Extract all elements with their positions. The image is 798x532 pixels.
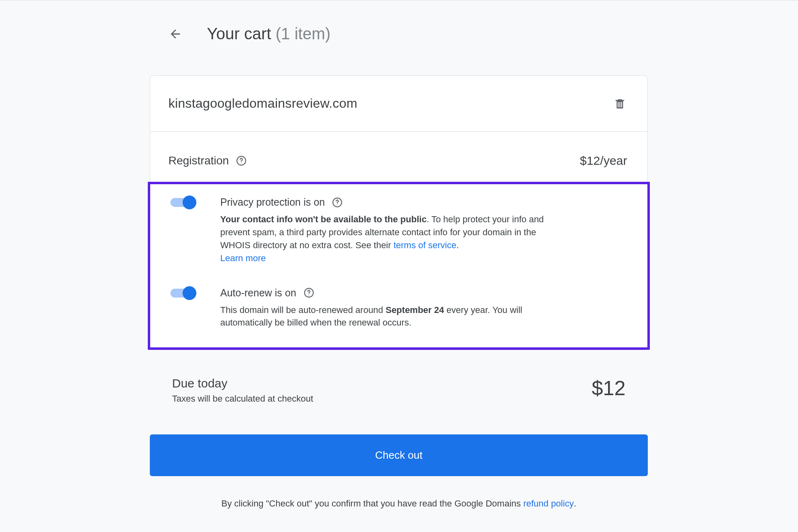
registration-help-button[interactable] — [236, 155, 247, 166]
title-text: Your cart — [207, 25, 276, 43]
back-button[interactable] — [168, 27, 183, 41]
disclaimer-text: By clicking "Check out" you confirm that… — [150, 498, 648, 509]
registration-price: $12/year — [580, 154, 627, 168]
autorenew-help-button[interactable] — [304, 287, 314, 298]
svg-point-3 — [337, 204, 338, 205]
checkout-button[interactable]: Check out — [150, 434, 648, 476]
options-highlight: Privacy protection is on Your contact in… — [148, 182, 650, 350]
tax-note: Taxes will be calculated at checkout — [172, 394, 313, 404]
terms-of-service-link[interactable]: terms of service — [394, 240, 456, 250]
remove-item-button[interactable] — [613, 96, 627, 111]
privacy-help-button[interactable] — [332, 197, 343, 208]
registration-label: Registration — [168, 154, 229, 167]
page-title: Your cart (1 item) — [207, 25, 330, 43]
title-count: (1 item) — [276, 25, 331, 43]
trash-icon — [613, 97, 626, 110]
help-icon — [236, 155, 247, 166]
due-today-label: Due today — [172, 377, 313, 390]
autorenew-date: September 24 — [385, 305, 444, 315]
svg-point-5 — [309, 295, 309, 296]
autorenew-description: This domain will be auto-renewed around … — [220, 304, 564, 330]
refund-policy-link[interactable]: refund policy — [523, 498, 574, 509]
help-icon — [304, 287, 314, 298]
svg-point-1 — [241, 163, 242, 164]
privacy-title: Privacy protection is on — [220, 196, 325, 208]
autorenew-toggle[interactable] — [170, 289, 194, 298]
privacy-period: . — [456, 240, 459, 250]
disclaimer-post: . — [574, 498, 576, 509]
arrow-left-icon — [168, 27, 182, 41]
disclaimer-pre: By clicking "Check out" you confirm that… — [221, 498, 523, 509]
learn-more-link[interactable]: Learn more — [220, 253, 266, 263]
privacy-bold-text: Your contact info won't be available to … — [220, 214, 427, 224]
privacy-description: Your contact info won't be available to … — [220, 213, 564, 265]
help-icon — [332, 197, 343, 208]
cart-card: kinstagoogledomainsreview.com Registrati… — [150, 75, 648, 350]
domain-name: kinstagoogledomainsreview.com — [168, 96, 358, 111]
due-amount: $12 — [592, 377, 626, 400]
privacy-toggle[interactable] — [170, 198, 194, 207]
autorenew-title: Auto-renew is on — [220, 287, 296, 299]
autorenew-pre: This domain will be auto-renewed around — [220, 305, 385, 315]
